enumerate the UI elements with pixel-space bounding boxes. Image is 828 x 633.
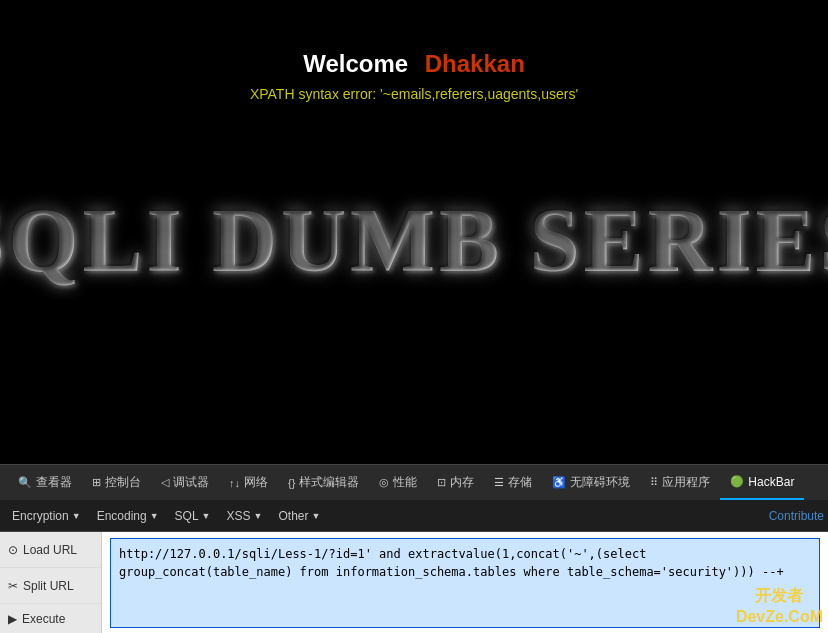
tab-performance[interactable]: ◎ 性能 [369,465,427,500]
style-icon: {} [288,477,295,489]
load-url-icon: ⊙ [8,543,18,557]
sqli-banner: SQLI DUMB SERIES [0,180,828,300]
tab-console[interactable]: ⊞ 控制台 [82,465,151,500]
sqli-banner-text: SQLI DUMB SERIES [0,189,828,292]
debugger-icon: ◁ [161,476,169,489]
storage-icon: ☰ [494,476,504,489]
split-url-icon: ✂ [8,579,18,593]
tab-memory[interactable]: ⊡ 内存 [427,465,484,500]
viewer-icon: 🔍 [18,476,32,489]
application-icon: ⠿ [650,476,658,489]
sql-label: SQL [175,509,199,523]
xss-menu[interactable]: XSS ▼ [219,507,271,525]
xss-arrow: ▼ [254,511,263,521]
other-arrow: ▼ [311,511,320,521]
url-input[interactable]: http://127.0.0.1/sqli/Less-1/?id=1' and … [110,538,820,628]
xpath-error: XPATH syntax error: '~emails,referers,ua… [250,86,578,102]
other-menu[interactable]: Other ▼ [270,507,328,525]
console-icon: ⊞ [92,476,101,489]
tab-hackbar[interactable]: 🟢 HackBar [720,465,804,500]
accessibility-icon: ♿ [552,476,566,489]
left-buttons: ⊙ Load URL ✂ Split URL ▶ Execute [0,532,102,633]
url-area: http://127.0.0.1/sqli/Less-1/?id=1' and … [102,532,828,633]
tab-network[interactable]: ↑↓ 网络 [219,465,278,500]
network-icon: ↑↓ [229,477,240,489]
tab-debugger[interactable]: ◁ 调试器 [151,465,219,500]
other-label: Other [278,509,308,523]
welcome-line: Welcome Dhakkan [303,50,525,78]
tab-application[interactable]: ⠿ 应用程序 [640,465,720,500]
tab-accessibility[interactable]: ♿ 无障碍环境 [542,465,640,500]
tab-style-editor[interactable]: {} 样式编辑器 [278,465,369,500]
execute-icon: ▶ [8,612,17,626]
memory-icon: ⊡ [437,476,446,489]
contribute-link[interactable]: Contribute [769,509,824,523]
toolbar-bar: Encryption ▼ Encoding ▼ SQL ▼ XSS ▼ Othe… [0,500,828,532]
execute-button[interactable]: ▶ Execute [0,604,101,633]
hackbar-icon: 🟢 [730,475,744,488]
split-url-button[interactable]: ✂ Split URL [0,568,101,604]
xss-label: XSS [227,509,251,523]
welcome-text: Welcome [303,50,408,77]
encoding-arrow: ▼ [150,511,159,521]
encoding-label: Encoding [97,509,147,523]
username-text: Dhakkan [425,50,525,77]
tab-storage[interactable]: ☰ 存储 [484,465,542,500]
bottom-panel: ⊙ Load URL ✂ Split URL ▶ Execute http://… [0,532,828,633]
perf-icon: ◎ [379,476,389,489]
encryption-menu[interactable]: Encryption ▼ [4,507,89,525]
devtools-bar: 🔍 查看器 ⊞ 控制台 ◁ 调试器 ↑↓ 网络 {} 样式编辑器 ◎ 性能 ⊡ … [0,464,828,500]
load-url-button[interactable]: ⊙ Load URL [0,532,101,568]
tab-viewer[interactable]: 🔍 查看器 [8,465,82,500]
sql-arrow: ▼ [202,511,211,521]
encoding-menu[interactable]: Encoding ▼ [89,507,167,525]
encryption-arrow: ▼ [72,511,81,521]
encryption-label: Encryption [12,509,69,523]
sql-menu[interactable]: SQL ▼ [167,507,219,525]
